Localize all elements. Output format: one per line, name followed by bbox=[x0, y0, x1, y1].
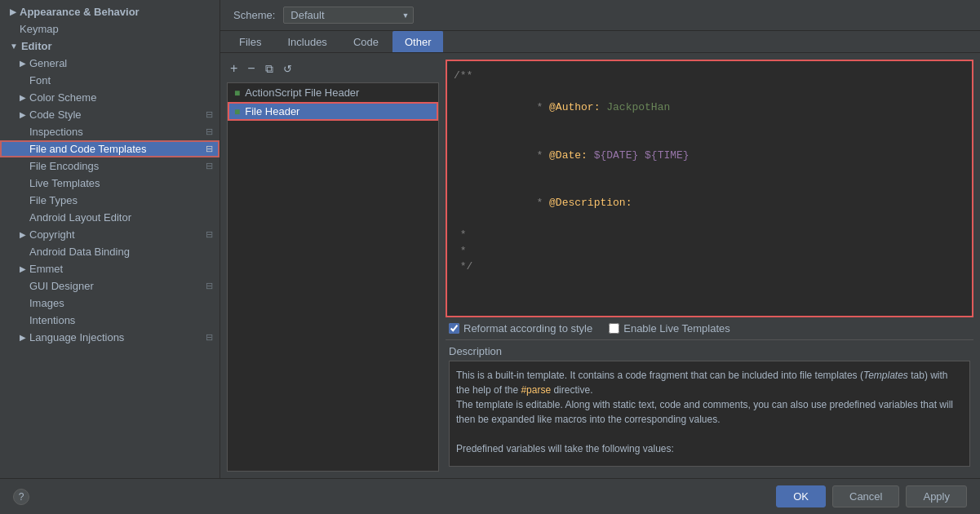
sidebar-item-label: Copyright bbox=[29, 228, 75, 241]
list-item-label: ActionScript File Header bbox=[245, 86, 359, 99]
arrow-icon: ▶ bbox=[20, 264, 26, 273]
sidebar-item-label: Images bbox=[29, 297, 64, 309]
live-templates-label: Enable Live Templates bbox=[623, 322, 730, 335]
desc-code-parse: #parse bbox=[521, 384, 551, 396]
sidebar-item-copyright[interactable]: ▶ Copyright ⊟ bbox=[0, 226, 220, 243]
tab-code[interactable]: Code bbox=[341, 31, 391, 52]
sidebar-item-label: Android Data Binding bbox=[29, 246, 130, 258]
code-panel: /** * @Author: JackpotHan * @Date: ${DAT… bbox=[446, 60, 973, 472]
list-item-selected[interactable]: ■ File Header bbox=[228, 102, 438, 121]
add-button[interactable]: + bbox=[227, 60, 241, 78]
code-line: * bbox=[454, 243, 965, 259]
sidebar-item-android-layout-editor[interactable]: Android Layout Editor bbox=[0, 209, 220, 226]
bottom-bar: ? OK Cancel Apply bbox=[0, 478, 980, 514]
code-line: */ bbox=[454, 259, 965, 275]
sidebar-item-file-types[interactable]: File Types bbox=[0, 192, 220, 209]
scheme-select[interactable]: Default Project Other bbox=[283, 7, 414, 24]
list-item[interactable]: ■ ActionScript File Header bbox=[228, 83, 438, 102]
arrow-icon: ▶ bbox=[20, 230, 26, 239]
sidebar-item-label: Live Templates bbox=[29, 177, 100, 189]
sidebar-item-appearance[interactable]: ▶ Appearance & Behavior bbox=[0, 3, 220, 20]
arrow-icon: ▶ bbox=[20, 110, 26, 119]
sidebar-item-color-scheme[interactable]: ▶ Color Scheme bbox=[0, 89, 220, 106]
reformat-checkbox-label[interactable]: Reformat according to style bbox=[449, 322, 592, 335]
sidebar-item-code-style[interactable]: ▶ Code Style ⊟ bbox=[0, 106, 220, 123]
sidebar: ▶ Appearance & Behavior Keymap ▼ Editor … bbox=[0, 0, 220, 478]
settings-icon: ⊟ bbox=[206, 144, 213, 154]
right-panel: Scheme: Default Project Other Files Incl… bbox=[220, 0, 980, 478]
sidebar-item-label: Editor bbox=[21, 40, 52, 52]
sidebar-item-label: Code Style bbox=[29, 109, 82, 121]
apply-button[interactable]: Apply bbox=[906, 485, 967, 507]
sidebar-item-label: Inspections bbox=[29, 126, 83, 138]
list-panel: + − ⧉ ↺ ■ ActionScript File Header ■ Fil… bbox=[227, 60, 439, 472]
code-line: * @Author: JackpotHan bbox=[454, 84, 965, 132]
file-icon: ■ bbox=[234, 87, 240, 99]
sidebar-item-general[interactable]: ▶ General bbox=[0, 55, 220, 72]
arrow-icon: ▶ bbox=[10, 7, 16, 16]
sidebar-item-live-templates[interactable]: Live Templates bbox=[0, 175, 220, 192]
reformat-checkbox[interactable] bbox=[449, 323, 459, 334]
sidebar-item-label: GUI Designer bbox=[29, 280, 94, 292]
sidebar-item-font[interactable]: Font bbox=[0, 72, 220, 89]
settings-icon: ⊟ bbox=[206, 332, 213, 343]
cancel-button[interactable]: Cancel bbox=[832, 485, 899, 507]
arrow-icon: ▶ bbox=[20, 333, 26, 342]
arrow-icon: ▼ bbox=[10, 42, 18, 51]
live-templates-checkbox[interactable] bbox=[609, 323, 619, 334]
code-editor[interactable]: /** * @Author: JackpotHan * @Date: ${DAT… bbox=[446, 60, 973, 317]
tab-other[interactable]: Other bbox=[392, 31, 444, 52]
sidebar-item-label: Emmet bbox=[29, 263, 63, 275]
settings-icon: ⊟ bbox=[206, 229, 213, 240]
settings-icon: ⊟ bbox=[206, 281, 213, 291]
settings-icon: ⊟ bbox=[206, 161, 213, 171]
sidebar-item-label: Color Scheme bbox=[29, 91, 96, 104]
settings-icon: ⊟ bbox=[206, 109, 213, 120]
sidebar-item-editor[interactable]: ▼ Editor bbox=[0, 38, 220, 55]
code-line: * @Date: ${DATE} ${TIME} bbox=[454, 131, 965, 179]
help-button[interactable]: ? bbox=[13, 489, 29, 505]
tab-includes[interactable]: Includes bbox=[275, 31, 339, 52]
sidebar-item-label: General bbox=[29, 57, 67, 69]
sidebar-item-android-data-binding[interactable]: Android Data Binding bbox=[0, 243, 220, 260]
copy-button[interactable]: ⧉ bbox=[262, 60, 277, 78]
tabs-row: Files Includes Code Other bbox=[220, 31, 980, 53]
bottom-left: ? bbox=[13, 489, 29, 505]
sidebar-item-language-injections[interactable]: ▶ Language Injections ⊟ bbox=[0, 329, 220, 346]
scheme-dropdown-wrapper[interactable]: Default Project Other bbox=[283, 7, 414, 24]
description-title: Description bbox=[449, 345, 970, 357]
sidebar-item-label: Language Injections bbox=[29, 331, 124, 343]
list-toolbar: + − ⧉ ↺ bbox=[227, 60, 439, 78]
file-list[interactable]: ■ ActionScript File Header ■ File Header bbox=[227, 82, 439, 472]
sidebar-item-label: File Types bbox=[29, 194, 78, 206]
description-content: This is a built-in template. It contains… bbox=[449, 361, 970, 467]
sidebar-item-inspections[interactable]: Inspections ⊟ bbox=[0, 123, 220, 140]
live-templates-checkbox-label[interactable]: Enable Live Templates bbox=[609, 322, 730, 335]
reformat-label: Reformat according to style bbox=[463, 322, 592, 335]
sidebar-item-images[interactable]: Images bbox=[0, 295, 220, 312]
sidebar-item-label: Intentions bbox=[29, 314, 75, 326]
arrow-icon: ▶ bbox=[20, 59, 26, 68]
sidebar-item-keymap[interactable]: Keymap bbox=[0, 20, 220, 38]
description-panel: Description This is a built-in template.… bbox=[446, 339, 973, 472]
sidebar-item-file-encodings[interactable]: File Encodings ⊟ bbox=[0, 157, 220, 175]
sidebar-item-file-and-code-templates[interactable]: File and Code Templates ⊟ bbox=[0, 140, 220, 157]
remove-button[interactable]: − bbox=[244, 60, 258, 78]
options-row: Reformat according to style Enable Live … bbox=[446, 317, 973, 339]
sidebar-item-intentions[interactable]: Intentions bbox=[0, 312, 220, 329]
reset-button[interactable]: ↺ bbox=[280, 61, 295, 77]
settings-icon: ⊟ bbox=[206, 126, 213, 137]
scheme-row: Scheme: Default Project Other bbox=[220, 0, 980, 31]
sidebar-item-gui-designer[interactable]: GUI Designer ⊟ bbox=[0, 277, 220, 295]
sidebar-item-emmet[interactable]: ▶ Emmet bbox=[0, 260, 220, 277]
scheme-label: Scheme: bbox=[233, 9, 275, 21]
sidebar-item-label: Android Layout Editor bbox=[29, 211, 131, 224]
sidebar-item-label: File Encodings bbox=[29, 160, 99, 172]
sidebar-item-label: Font bbox=[29, 74, 51, 86]
tab-files[interactable]: Files bbox=[227, 31, 273, 52]
content-area: + − ⧉ ↺ ■ ActionScript File Header ■ Fil… bbox=[220, 53, 980, 478]
ok-button[interactable]: OK bbox=[776, 485, 826, 507]
code-line: /** bbox=[454, 68, 965, 84]
list-item-label: File Header bbox=[245, 105, 299, 117]
code-line: * bbox=[454, 227, 965, 243]
